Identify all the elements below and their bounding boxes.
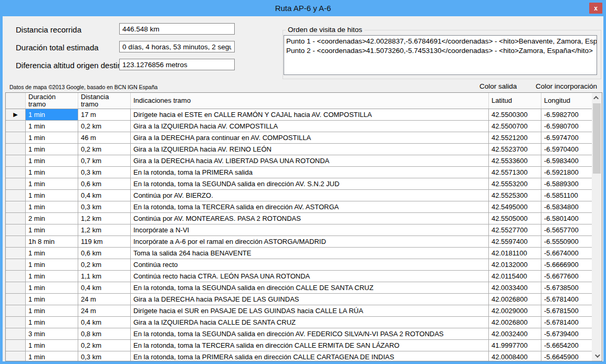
row-header[interactable]	[6, 259, 26, 271]
cell-latitud[interactable]: 42.0026800	[489, 294, 541, 305]
cell-latitud[interactable]: 42.5495000	[489, 201, 541, 213]
column-header-longitud[interactable]: Longitud	[541, 93, 593, 109]
cell-longitud[interactable]: -6.5982700	[541, 109, 593, 121]
cell-duracion[interactable]: 1 min	[26, 155, 78, 167]
cell-distancia[interactable]: 0,2 km	[78, 121, 131, 132]
hitos-textbox[interactable]: Punto 1 - <coordenadas>42.0028837,-5.678…	[284, 35, 597, 75]
vertical-scrollbar[interactable]	[592, 93, 602, 361]
cell-indicaciones[interactable]: Gira a la DERECHA hacia PASAJE DE LAS GU…	[131, 294, 489, 305]
column-header-indicaciones[interactable]: Indicaciones tramo	[131, 93, 489, 109]
row-header[interactable]	[6, 155, 26, 167]
cell-longitud[interactable]: -5.6738500	[541, 282, 593, 294]
cell-indicaciones[interactable]: Toma la salida 264 hacia BENAVENTE	[131, 248, 489, 259]
cell-distancia[interactable]: 119 km	[78, 236, 131, 248]
cell-distancia[interactable]: 0,8 km	[78, 328, 131, 340]
cell-distancia[interactable]: 46 m	[78, 132, 131, 144]
cell-longitud[interactable]: -5.6654200	[541, 340, 593, 351]
cell-duracion[interactable]: 1 min	[26, 224, 78, 236]
cell-duracion[interactable]: 1 min	[26, 121, 78, 132]
cell-indicaciones[interactable]: En la rotonda, toma la SEGUNDA salida en…	[131, 328, 489, 340]
row-header[interactable]	[6, 305, 26, 317]
cell-duracion[interactable]: 1 min	[26, 190, 78, 201]
scroll-down-button[interactable]	[592, 351, 602, 361]
cell-longitud[interactable]: -6.5983400	[541, 155, 593, 167]
cell-latitud[interactable]: 42.5521200	[489, 132, 541, 144]
cell-duracion[interactable]: 1 min	[26, 259, 78, 271]
cell-duracion[interactable]: 1 min	[26, 144, 78, 155]
row-header[interactable]	[6, 328, 26, 340]
cell-indicaciones[interactable]: Continúa recto hacia CTRA. LEÓN PASA UNA…	[131, 271, 489, 282]
cell-distancia[interactable]: 1,2 km	[78, 213, 131, 224]
row-header[interactable]	[6, 201, 26, 213]
cell-latitud[interactable]: 42.5597400	[489, 236, 541, 248]
row-header[interactable]	[6, 340, 26, 351]
row-header[interactable]	[6, 294, 26, 305]
cell-indicaciones[interactable]: Dirígete hacia el ESTE en CALLE RAMÓN Y …	[131, 109, 489, 121]
cell-indicaciones[interactable]: En la rotonda, toma la SEGUNDA salida en…	[131, 178, 489, 190]
cell-indicaciones[interactable]: En la rotonda, toma la SEGUNDA salida en…	[131, 282, 489, 294]
cell-longitud[interactable]: -5.6781500	[541, 305, 593, 317]
row-header[interactable]	[6, 236, 26, 248]
row-header[interactable]	[6, 271, 26, 282]
cell-distancia[interactable]: 0,4 km	[78, 317, 131, 328]
cell-distancia[interactable]: 0,4 km	[78, 190, 131, 201]
cell-duracion[interactable]: 1h 8 min	[26, 236, 78, 248]
cell-latitud[interactable]: 42.0033400	[489, 282, 541, 294]
cell-distancia[interactable]: 1,1 km	[78, 271, 131, 282]
row-header[interactable]	[6, 178, 26, 190]
cell-latitud[interactable]: 42.0181100	[489, 248, 541, 259]
cell-distancia[interactable]: 24 m	[78, 305, 131, 317]
cell-longitud[interactable]: -5.6781400	[541, 294, 593, 305]
scroll-up-button[interactable]	[592, 93, 602, 103]
current-row-indicator[interactable]: ▶	[6, 109, 26, 121]
cell-latitud[interactable]: 42.5525300	[489, 190, 541, 201]
cell-duracion[interactable]: 1 min	[26, 109, 78, 121]
cell-longitud[interactable]: -6.5834800	[541, 201, 593, 213]
cell-longitud[interactable]: -6.5970400	[541, 144, 593, 155]
column-header-duracion[interactable]: Duración tramo	[26, 93, 78, 109]
row-header[interactable]	[6, 213, 26, 224]
cell-indicaciones[interactable]: Gira a la IZQUIERDA hacia CALLE DE SANTA…	[131, 317, 489, 328]
cell-latitud[interactable]: 42.5553200	[489, 178, 541, 190]
cell-distancia[interactable]: 0,2 km	[78, 340, 131, 351]
cell-longitud[interactable]: -5.6674000	[541, 248, 593, 259]
cell-latitud[interactable]: 42.5523700	[489, 144, 541, 155]
cell-latitud[interactable]: 42.0029000	[489, 305, 541, 317]
cell-indicaciones[interactable]: Gira a la DERECHA hacia AV. LIBERTAD PAS…	[131, 155, 489, 167]
row-header[interactable]	[6, 282, 26, 294]
cell-latitud[interactable]: 42.5500700	[489, 121, 541, 132]
cell-indicaciones[interactable]: En la rotonda, toma la TERCERA salida en…	[131, 340, 489, 351]
row-header[interactable]	[6, 144, 26, 155]
cell-duracion[interactable]: 1 min	[26, 305, 78, 317]
scrollbar-thumb[interactable]	[593, 103, 601, 174]
diferencia-altitud-field[interactable]	[119, 59, 235, 70]
cell-longitud[interactable]: -5.6645900	[541, 351, 593, 361]
cell-longitud[interactable]: -6.5974700	[541, 132, 593, 144]
cell-indicaciones[interactable]: Continúa recto	[131, 259, 489, 271]
cell-latitud[interactable]: 42.0026800	[489, 317, 541, 328]
cell-indicaciones[interactable]: En la rotonda, toma la TERCERA salida en…	[131, 201, 489, 213]
cell-longitud[interactable]: -6.5921800	[541, 167, 593, 178]
row-header[interactable]	[6, 248, 26, 259]
row-header[interactable]	[6, 167, 26, 178]
cell-indicaciones[interactable]: En la rotonda, toma la PRIMERA salida en…	[131, 351, 489, 361]
cell-duracion[interactable]: 1 min	[26, 294, 78, 305]
cell-indicaciones[interactable]: Gira a la IZQUIERDA hacia AV. COMPOSTILL…	[131, 121, 489, 132]
cell-latitud[interactable]: 42.5500300	[489, 109, 541, 121]
cell-distancia[interactable]: 24 m	[78, 294, 131, 305]
cell-distancia[interactable]: 0,7 km	[78, 155, 131, 167]
cell-distancia[interactable]: 0,2 km	[78, 259, 131, 271]
cell-longitud[interactable]: -5.6739400	[541, 328, 593, 340]
cell-distancia[interactable]: 0,2 km	[78, 144, 131, 155]
cell-latitud[interactable]: 42.5527700	[489, 224, 541, 236]
column-header-distancia[interactable]: Distancia tramo	[78, 93, 131, 109]
cell-duracion[interactable]: 1 min	[26, 167, 78, 178]
cell-indicaciones[interactable]: Incorpórate a A-6 por el ramal en direcc…	[131, 236, 489, 248]
cell-duracion[interactable]: 1 min	[26, 248, 78, 259]
cell-longitud[interactable]: -6.5657700	[541, 224, 593, 236]
cell-distancia[interactable]: 0,3 km	[78, 201, 131, 213]
cell-duracion[interactable]: 1 min	[26, 201, 78, 213]
cell-distancia[interactable]: 0,4 km	[78, 282, 131, 294]
cell-distancia[interactable]: 1,2 km	[78, 224, 131, 236]
cell-duracion[interactable]: 1 min	[26, 271, 78, 282]
